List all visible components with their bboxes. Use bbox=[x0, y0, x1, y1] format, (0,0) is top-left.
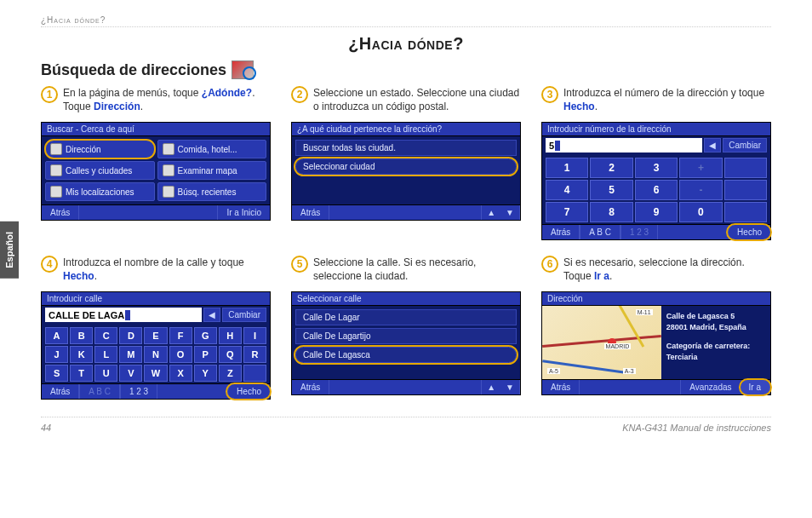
back-button[interactable]: Atrás bbox=[42, 205, 79, 220]
go-button[interactable]: Ir a bbox=[741, 380, 770, 394]
section-title: Búsqueda de direcciones bbox=[41, 60, 771, 79]
key-0[interactable]: 0 bbox=[679, 202, 722, 222]
letter-keypad: ABCDEFGHIJKLMNOPQRSTUVWXYZ bbox=[45, 327, 266, 382]
city-icon bbox=[50, 164, 62, 176]
up-button[interactable]: ▲ bbox=[481, 205, 500, 220]
screen-title: Dirección bbox=[542, 292, 770, 306]
abc-button[interactable]: A B C bbox=[79, 384, 120, 399]
star-icon bbox=[50, 186, 62, 198]
key-minus[interactable]: - bbox=[679, 180, 722, 200]
key-r[interactable]: R bbox=[243, 346, 266, 363]
num-button[interactable]: 1 2 3 bbox=[620, 225, 658, 239]
street-input[interactable]: CALLE DE LAGA bbox=[45, 308, 202, 322]
menu-calles[interactable]: Calles y ciudades bbox=[45, 161, 155, 180]
street-option[interactable]: Calle De Lagartijo bbox=[295, 328, 517, 344]
step-text: Introduzca el número de la dirección y t… bbox=[563, 86, 771, 113]
advanced-button[interactable]: Avanzadas bbox=[680, 380, 740, 394]
key-4[interactable]: 4 bbox=[546, 180, 588, 200]
key-9[interactable]: 9 bbox=[635, 202, 678, 222]
key-c[interactable]: C bbox=[94, 327, 117, 344]
key-2[interactable]: 2 bbox=[590, 158, 632, 178]
number-input[interactable]: 5 bbox=[546, 138, 702, 153]
key-d[interactable]: D bbox=[119, 327, 142, 344]
menu-mapa[interactable]: Examinar mapa bbox=[157, 161, 267, 180]
menu-recientes[interactable]: Búsq. recientes bbox=[157, 182, 267, 201]
key-p[interactable]: P bbox=[194, 346, 217, 363]
change-button[interactable]: Cambiar bbox=[723, 138, 767, 153]
key-q[interactable]: Q bbox=[219, 346, 242, 363]
key-blank bbox=[724, 180, 767, 200]
back-button[interactable]: Atrás bbox=[42, 384, 79, 399]
step-6: 6 Si es necesario, seleccione la direcci… bbox=[541, 256, 771, 400]
key-blank bbox=[724, 158, 767, 178]
globe-icon bbox=[50, 143, 62, 155]
change-button[interactable]: Cambiar bbox=[222, 308, 266, 322]
food-icon bbox=[163, 143, 174, 155]
key-u[interactable]: U bbox=[94, 365, 117, 382]
menu-localizaciones[interactable]: Mis localizaciones bbox=[45, 182, 155, 201]
gps-screen-menu: Buscar - Cerca de aquí Dirección Comida,… bbox=[41, 122, 271, 221]
done-button[interactable]: Hecho bbox=[728, 225, 770, 239]
step-2: 2 Seleccione un estado. Seleccione una c… bbox=[291, 86, 521, 240]
page-header: ¿Hacia dónde? bbox=[41, 15, 771, 27]
key-8[interactable]: 8 bbox=[590, 202, 632, 222]
abc-button[interactable]: A B C bbox=[580, 225, 620, 239]
key-l[interactable]: L bbox=[94, 346, 117, 363]
backspace-button[interactable]: ◀ bbox=[203, 308, 220, 322]
gps-screen-number: Introducir número de la dirección 5 ◀ Ca… bbox=[541, 122, 771, 240]
screen-title: ¿A qué ciudad pertenece la dirección? bbox=[292, 123, 520, 136]
key-x[interactable]: X bbox=[169, 365, 192, 382]
numeric-keypad: 1 2 3 + 4 5 6 - 7 8 9 0 bbox=[546, 158, 767, 222]
step-number: 2 bbox=[291, 86, 308, 103]
key-3[interactable]: 3 bbox=[635, 158, 678, 178]
back-button[interactable]: Atrás bbox=[542, 225, 580, 239]
key-g[interactable]: G bbox=[194, 327, 217, 344]
key-i[interactable]: I bbox=[243, 327, 266, 344]
down-button[interactable]: ▼ bbox=[500, 205, 520, 220]
list-select-city[interactable]: Seleccionar ciudad bbox=[295, 158, 517, 175]
language-tab: Español bbox=[0, 222, 19, 279]
back-button[interactable]: Atrás bbox=[292, 205, 329, 220]
key-e[interactable]: E bbox=[144, 327, 167, 344]
backspace-button[interactable]: ◀ bbox=[704, 138, 721, 153]
key-h[interactable]: H bbox=[219, 327, 242, 344]
menu-direccion[interactable]: Dirección bbox=[45, 140, 155, 158]
key-5[interactable]: 5 bbox=[590, 180, 632, 200]
down-button[interactable]: ▼ bbox=[500, 380, 520, 394]
key-y[interactable]: Y bbox=[194, 365, 217, 382]
step-text: Si es necesario, seleccione la dirección… bbox=[563, 256, 771, 283]
key-1[interactable]: 1 bbox=[546, 158, 588, 178]
key-plus[interactable]: + bbox=[679, 158, 722, 178]
step-text: Seleccione la calle. Si es necesario, se… bbox=[313, 256, 521, 283]
up-button[interactable]: ▲ bbox=[481, 380, 500, 394]
step-number: 4 bbox=[41, 256, 58, 273]
key-t[interactable]: T bbox=[70, 365, 93, 382]
back-button[interactable]: Atrás bbox=[292, 380, 329, 394]
key-k[interactable]: K bbox=[70, 346, 93, 363]
key-6[interactable]: 6 bbox=[635, 180, 678, 200]
key-f[interactable]: F bbox=[169, 327, 192, 344]
home-button[interactable]: Ir a Inicio bbox=[217, 205, 270, 220]
key-n[interactable]: N bbox=[144, 346, 167, 363]
step-number: 3 bbox=[541, 86, 558, 103]
street-option[interactable]: Calle De Lagar bbox=[295, 309, 517, 325]
menu-comida[interactable]: Comida, hotel... bbox=[157, 140, 267, 158]
done-button[interactable]: Hecho bbox=[227, 384, 270, 399]
key-w[interactable]: W bbox=[144, 365, 167, 382]
map-preview[interactable]: M-11 MADRID A-5 A-3 bbox=[542, 306, 661, 379]
step-1: 1 En la página de menús, toque ¿Adónde?.… bbox=[41, 86, 271, 240]
back-button[interactable]: Atrás bbox=[542, 380, 580, 394]
key-s[interactable]: S bbox=[45, 365, 68, 382]
list-all-cities[interactable]: Buscar todas las ciudad. bbox=[295, 140, 517, 156]
key-7[interactable]: 7 bbox=[546, 202, 588, 222]
num-button[interactable]: 1 2 3 bbox=[120, 384, 157, 399]
key-z[interactable]: Z bbox=[219, 365, 242, 382]
key-m[interactable]: M bbox=[119, 346, 142, 363]
key-j[interactable]: J bbox=[45, 346, 68, 363]
street-option[interactable]: Calle De Lagasca bbox=[295, 347, 517, 363]
key-o[interactable]: O bbox=[169, 346, 192, 363]
key-v[interactable]: V bbox=[119, 365, 142, 382]
key-a[interactable]: A bbox=[45, 327, 68, 344]
key-b[interactable]: B bbox=[70, 327, 93, 344]
page-number: 44 bbox=[41, 423, 51, 433]
